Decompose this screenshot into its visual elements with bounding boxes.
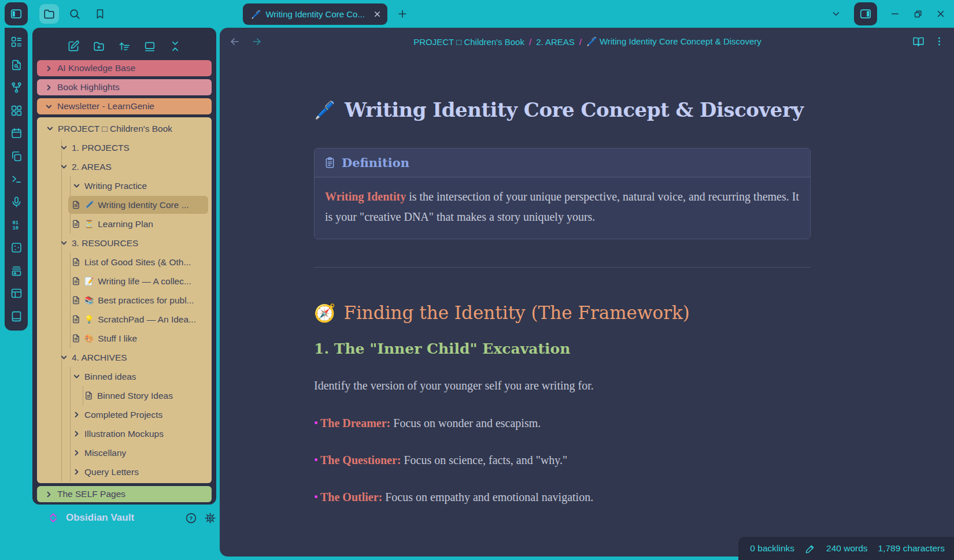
tab-close-icon[interactable]	[373, 10, 382, 18]
folder-row-project-childrens-book[interactable]: PROJECT □ Children's Book	[37, 119, 212, 138]
file-search-icon[interactable]	[10, 59, 23, 71]
right-sidebar-toggle-button[interactable]	[854, 2, 877, 25]
vault-name[interactable]: Obsidian Vault	[66, 512, 178, 524]
breadcrumb-item[interactable]: PROJECT □ Children's Book	[413, 37, 524, 47]
divider	[314, 267, 811, 268]
folder-icon	[43, 8, 56, 20]
restore-button[interactable]	[913, 9, 923, 19]
folder-row-3-resources[interactable]: 3. RESOURCES	[37, 233, 212, 253]
folder-row-4-archives[interactable]: 4. ARCHIVES	[37, 348, 212, 367]
bookmarks-ribbon-button[interactable]	[90, 4, 110, 24]
folder-row-completed-projects[interactable]: Completed Projects	[37, 405, 212, 424]
vault-row: Obsidian Vault ?	[47, 507, 216, 528]
note-header-bar: PROJECT □ Children's Book / 2. AREAS / 🖊…	[220, 28, 954, 55]
folder-label: Query Letters	[84, 467, 139, 477]
chevron-down-icon	[46, 125, 54, 132]
folder-row-miscellany[interactable]: Miscellany	[37, 443, 212, 462]
explorer-toolbar	[37, 32, 212, 60]
folder-row-the-self-pages[interactable]: The SELF Pages	[37, 486, 212, 502]
folder-row-2-areas[interactable]: 2. AREAS	[37, 157, 212, 176]
chevron-right-icon	[73, 468, 80, 476]
calendar-icon[interactable]	[10, 127, 23, 139]
edit-mode-icon[interactable]	[805, 543, 816, 554]
kebab-menu-icon	[934, 36, 945, 47]
folder-row-query-letters[interactable]: Query Letters	[37, 462, 212, 481]
file-emoji: 🖊️	[84, 201, 94, 209]
random-note-dice-icon[interactable]	[10, 242, 23, 254]
folder-label: Newsletter - LearnGenie	[57, 101, 154, 112]
file-row-writing-life[interactable]: 📝 Writing life — A collec...	[37, 272, 212, 291]
folder-label: Completed Projects	[84, 410, 162, 420]
file-row-learning-plan[interactable]: ⏳ Learning Plan	[37, 214, 212, 233]
breadcrumb-item[interactable]: 2. AREAS	[536, 37, 575, 47]
breadcrumb-item[interactable]: 🖊️ Writing Identity Core Concept & Disco…	[586, 36, 761, 47]
new-tab-button[interactable]	[397, 8, 408, 20]
compass-emoji: 🧭	[314, 303, 335, 323]
folder-label: The SELF Pages	[57, 489, 125, 499]
file-row-best-practices[interactable]: 📚 Best practices for publ...	[37, 291, 212, 310]
file-row-scratchpad[interactable]: 💡 ScratchPad — An Idea...	[37, 310, 212, 329]
close-window-button[interactable]	[935, 9, 946, 19]
canvas-icon[interactable]	[10, 105, 23, 117]
search-icon	[68, 8, 81, 20]
file-emoji: 💡	[84, 316, 94, 323]
help-button[interactable]: ?	[185, 512, 197, 524]
new-folder-icon[interactable]	[93, 40, 105, 53]
folder-row-1-projects[interactable]: 1. PROJECTS	[37, 138, 212, 157]
file-row-binned-story-ideas[interactable]: Binned Story Ideas	[37, 386, 212, 405]
minimize-button[interactable]	[890, 9, 900, 19]
files-ribbon-button[interactable]	[39, 4, 59, 24]
reading-view-button[interactable]	[912, 36, 925, 48]
binary-icon[interactable]: 0110	[10, 219, 23, 231]
workspace-list-icon[interactable]	[10, 36, 23, 48]
back-button[interactable]	[229, 36, 241, 47]
folder-label: 1. PROJECTS	[72, 143, 130, 153]
more-options-button[interactable]	[934, 36, 945, 48]
workspace-layout-icon[interactable]	[10, 287, 23, 299]
backlinks-count[interactable]: 0 backlinks	[750, 543, 794, 554]
note-content[interactable]: 🖊️ Writing Identity Core Concept & Disco…	[220, 55, 811, 504]
sort-ascending-icon[interactable]	[118, 40, 131, 53]
folder-row-writing-practice[interactable]: Writing Practice	[37, 176, 212, 195]
paragraph: Identify the version of your younger sel…	[314, 379, 811, 392]
folder-row-binned-ideas[interactable]: Binned ideas	[37, 367, 212, 386]
folder-label: PROJECT □ Children's Book	[58, 124, 172, 134]
plus-icon	[397, 8, 408, 20]
document-icon	[72, 201, 80, 209]
stack-view-icon[interactable]	[143, 40, 156, 53]
document-icon	[72, 315, 80, 324]
file-row-stuff-i-like[interactable]: 🎨 Stuff I like	[37, 329, 212, 348]
terminal-icon[interactable]	[10, 173, 23, 185]
window-controls	[831, 0, 946, 28]
note-tab[interactable]: 🖊️ Writing Identity Core Co...	[243, 3, 387, 25]
new-note-icon[interactable]	[67, 40, 80, 53]
graph-view-icon[interactable]	[10, 81, 23, 94]
vault-switcher-icon[interactable]	[47, 512, 59, 524]
close-icon	[935, 9, 946, 19]
forward-button[interactable]	[251, 36, 262, 47]
folder-row-newsletter[interactable]: Newsletter - LearnGenie	[37, 98, 212, 114]
file-row-writing-identity-core[interactable]: 🖊️ Writing Identity Core ...	[37, 195, 212, 214]
folder-row-ai-knowledge-base[interactable]: AI Knowledge Base	[37, 60, 212, 76]
chevron-down-icon	[60, 144, 68, 151]
minimize-icon	[890, 9, 900, 19]
tab-list-button[interactable]	[831, 9, 841, 19]
search-ribbon-button[interactable]	[65, 4, 84, 24]
duplicate-icon[interactable]	[10, 150, 23, 162]
file-label: Best practices for publ...	[98, 295, 194, 306]
character-count[interactable]: 1,789 characters	[878, 543, 945, 554]
bullet-list: The Dreamer: Focus on wonder and escapis…	[314, 417, 811, 504]
settings-button[interactable]	[204, 512, 216, 524]
left-sidebar-toggle-button[interactable]	[5, 2, 28, 25]
file-row-list-of-good-sites[interactable]: List of Good Sites (& Oth...	[37, 253, 212, 272]
add-card-icon[interactable]	[10, 265, 23, 277]
chevron-right-icon	[45, 84, 53, 91]
callout-header[interactable]: Definition	[315, 149, 810, 177]
folder-row-illustration-mockups[interactable]: Illustration Mockups	[37, 424, 212, 443]
ribbon	[39, 4, 110, 24]
collapse-all-icon[interactable]	[169, 40, 182, 53]
folder-row-book-highlights[interactable]: Book Highlights	[37, 79, 212, 95]
word-count[interactable]: 240 words	[826, 543, 868, 554]
reading-book-icon[interactable]	[10, 310, 23, 322]
microphone-icon[interactable]	[10, 196, 23, 208]
